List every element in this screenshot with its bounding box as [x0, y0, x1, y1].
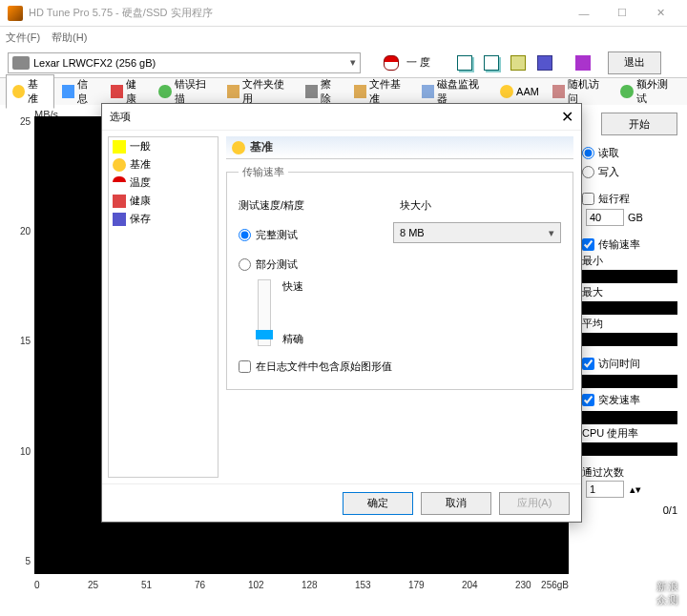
erase-icon — [305, 85, 318, 98]
save-icon — [113, 213, 126, 226]
monitor-icon — [422, 85, 434, 98]
exit-button[interactable]: 退出 — [608, 51, 661, 74]
tree-save[interactable]: 保存 — [109, 210, 218, 228]
read-label: 读取 — [598, 146, 619, 160]
max-label: 最大 — [582, 285, 677, 299]
thermometer-icon — [384, 55, 399, 71]
partial-test-radio[interactable] — [239, 258, 251, 271]
copy-button[interactable] — [453, 52, 476, 73]
screenshot-button[interactable] — [507, 52, 530, 73]
drive-label: Lexar LRWCFX2 (256 gB) — [33, 57, 156, 69]
apply-button[interactable]: 应用(A) — [499, 492, 570, 515]
tab-aam[interactable]: AAM — [494, 83, 545, 100]
min-label: 最小 — [582, 254, 677, 268]
bulb-icon — [232, 141, 245, 154]
access-label: 访问时间 — [598, 357, 640, 371]
minimize-button[interactable]: — — [565, 2, 603, 25]
app-icon — [8, 6, 23, 21]
full-test-radio[interactable] — [239, 229, 251, 241]
cpu-label: CPU 使用率 — [582, 426, 677, 441]
folder-icon — [227, 85, 239, 98]
options-button[interactable] — [572, 52, 594, 73]
counter: 0/1 — [582, 504, 677, 516]
camera-icon — [510, 55, 526, 71]
speed-slider[interactable] — [258, 279, 271, 346]
thermometer-icon — [113, 176, 126, 190]
fast-label: 快速 — [282, 279, 303, 294]
copy2-button[interactable] — [480, 52, 503, 73]
shortstroke-label: 短行程 — [598, 192, 630, 206]
count-label: 通过次数 — [582, 465, 677, 480]
options-dialog: 选项 ✕ 一般 基准 温度 健康 保存 基准 传输速率 测试速度/精度 块大小 … — [101, 103, 582, 523]
drive-select[interactable]: Lexar LRWCFX2 (256 gB) — [8, 52, 361, 73]
block-label: 块大小 — [400, 198, 561, 213]
cpu-bar — [582, 442, 677, 456]
max-bar — [582, 301, 677, 315]
random-icon — [552, 85, 565, 98]
speed-label: 测试速度/精度 — [239, 198, 400, 213]
info-icon — [62, 85, 74, 98]
chevron-down-icon — [549, 227, 554, 239]
save-icon — [537, 55, 552, 71]
bulb-icon — [113, 158, 126, 172]
temp-button[interactable] — [380, 52, 403, 73]
transfer-label: 传输速率 — [598, 237, 640, 252]
dialog-head: 基准 — [250, 139, 273, 155]
temp-label: 一 度 — [406, 55, 430, 70]
watermark: 新浪 众测 — [656, 580, 679, 606]
menu-file[interactable]: 文件(F) — [6, 31, 40, 45]
maximize-button[interactable]: ☐ — [603, 2, 641, 25]
menu-help[interactable]: 帮助(H) — [52, 31, 87, 45]
write-radio[interactable] — [582, 166, 594, 178]
general-icon — [113, 140, 126, 154]
burst-bar — [582, 411, 677, 424]
rawlog-checkbox[interactable] — [239, 360, 251, 373]
tab-extra[interactable]: 额外测试 — [614, 75, 681, 108]
shortstroke-checkbox[interactable] — [582, 193, 594, 205]
extra-icon — [620, 85, 633, 98]
rawlog-label: 在日志文件中包含原始图形值 — [256, 359, 392, 374]
scan-icon — [158, 85, 171, 98]
accurate-label: 精确 — [282, 332, 303, 346]
avg-bar — [582, 333, 677, 346]
burst-checkbox[interactable] — [582, 394, 594, 406]
transfer-checkbox[interactable] — [582, 238, 594, 251]
access-checkbox[interactable] — [582, 358, 594, 370]
speaker-icon — [500, 85, 513, 98]
access-bar — [582, 375, 677, 388]
count-value[interactable] — [586, 481, 624, 498]
bulb-icon — [12, 85, 25, 98]
shortstroke-unit: GB — [628, 212, 643, 223]
tree-general[interactable]: 一般 — [109, 137, 218, 155]
chevron-down-icon — [350, 56, 356, 69]
write-label: 写入 — [598, 165, 619, 179]
drive-icon — [12, 56, 30, 70]
slider-thumb[interactable] — [256, 330, 273, 339]
ok-button[interactable]: 确定 — [343, 492, 413, 515]
options-tree: 一般 基准 温度 健康 保存 — [108, 136, 219, 478]
close-button[interactable]: ✕ — [641, 2, 679, 25]
block-size-select[interactable]: 8 MB — [393, 222, 561, 243]
tree-temp[interactable]: 温度 — [109, 174, 218, 192]
burst-label: 突发速率 — [598, 393, 640, 407]
read-radio[interactable] — [582, 147, 594, 159]
copy-icon — [484, 55, 499, 71]
shortstroke-value[interactable] — [586, 209, 624, 226]
window-title: HD Tune Pro 5.75 - 硬盘/SSD 实用程序 — [29, 6, 213, 20]
copy-icon — [457, 55, 472, 71]
health-icon — [111, 85, 123, 98]
tab-info[interactable]: 信息 — [56, 75, 103, 108]
dialog-close-button[interactable]: ✕ — [561, 108, 573, 126]
options-icon — [575, 55, 591, 71]
cancel-button[interactable]: 取消 — [421, 492, 491, 515]
tree-health[interactable]: 健康 — [109, 192, 218, 210]
avg-label: 平均 — [582, 317, 677, 331]
start-button[interactable]: 开始 — [601, 113, 677, 135]
tab-benchmark[interactable]: 基准 — [6, 74, 54, 109]
partial-test-label: 部分测试 — [256, 257, 298, 272]
min-bar — [582, 270, 677, 283]
save-button[interactable] — [533, 52, 556, 73]
health-icon — [113, 195, 126, 208]
tree-benchmark[interactable]: 基准 — [109, 155, 218, 174]
chart-x-axis: 0255176102128153179204230256gB — [34, 580, 569, 595]
